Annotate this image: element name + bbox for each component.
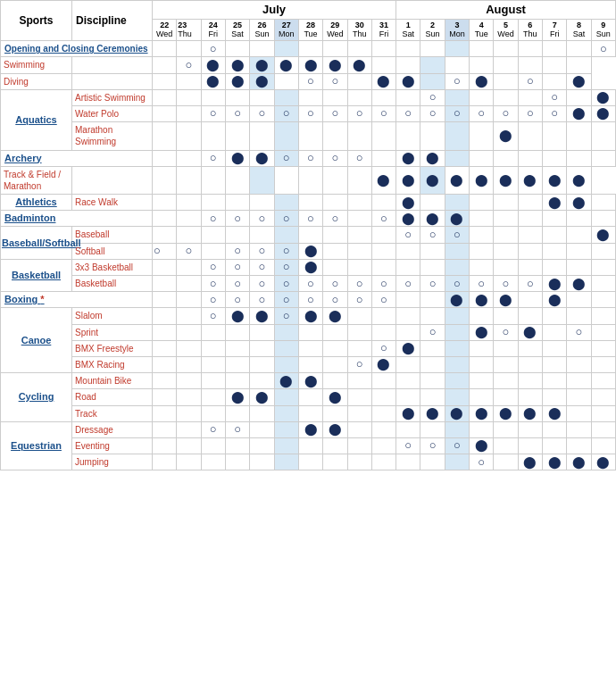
sport-discipline-cell: Opening and Closing Ceremonies — [1, 41, 153, 57]
date-col-23: 23Thu — [177, 19, 201, 41]
sport-label[interactable]: Cycling — [19, 391, 54, 402]
sport-group-cell: Athletics — [1, 195, 72, 211]
date-col-25: 25Sat — [225, 19, 249, 41]
date-col-9: 9Sun — [591, 19, 615, 41]
circle-symbol: ○ — [234, 106, 241, 120]
discipline-label: Track & Field / Marathon — [4, 170, 61, 191]
sport-label[interactable]: Athletics — [15, 196, 56, 207]
circle-symbol: ○ — [356, 357, 363, 370]
schedule-cell — [420, 292, 445, 308]
schedule-cell — [371, 243, 395, 259]
sport-label[interactable]: Badminton — [4, 212, 55, 223]
discipline-label: Marathon Swimming — [75, 125, 116, 146]
schedule-cell — [518, 292, 542, 308]
schedule-cell — [543, 73, 567, 89]
schedule-cell: ○ — [470, 276, 494, 292]
schedule-cell — [153, 259, 177, 275]
discipline-cell: Jumping — [72, 454, 153, 470]
medal-symbol: ⬤ — [523, 325, 537, 338]
discipline-label: Sprint — [75, 328, 98, 337]
medal-symbol: ⬤ — [231, 58, 245, 71]
sport-label[interactable]: Archery — [4, 153, 42, 163]
circle-symbol: ○ — [210, 151, 217, 164]
sport-label[interactable]: Basketball — [12, 270, 61, 280]
sport-label[interactable]: Boxing * — [4, 294, 45, 304]
schedule-cell: ⬤ — [445, 405, 469, 421]
schedule-cell: ⬤ — [470, 324, 494, 340]
circle-symbol: ○ — [331, 293, 338, 306]
schedule-cell: ⬤ — [543, 292, 567, 308]
schedule-cell — [371, 41, 395, 57]
schedule-cell — [445, 340, 469, 356]
medal-symbol: ⬤ — [255, 151, 269, 164]
schedule-cell — [298, 195, 322, 211]
circle-symbol: ○ — [429, 325, 437, 338]
schedule-cell — [420, 41, 445, 57]
schedule-cell: ⬤ — [543, 195, 567, 211]
schedule-cell — [494, 41, 518, 57]
schedule-cell: ○ — [274, 276, 298, 292]
circle-symbol: ○ — [380, 341, 387, 354]
schedule-cell — [470, 340, 494, 356]
schedule-cell: ○ — [201, 41, 225, 57]
schedule-cell — [250, 340, 274, 356]
schedule-cell — [177, 324, 201, 340]
sport-label[interactable]: Opening and Closing Ceremonies — [4, 44, 148, 54]
circle-symbol: ○ — [210, 422, 217, 436]
table-row: Track & Field / Marathon⬤⬤⬤⬤⬤⬤⬤⬤⬤ — [1, 166, 616, 194]
medal-symbol: ⬤ — [450, 406, 463, 420]
schedule-cell — [225, 437, 249, 454]
schedule-cell — [153, 340, 177, 356]
schedule-cell — [591, 308, 615, 324]
schedule-cell — [567, 421, 591, 437]
schedule-cell — [371, 89, 395, 105]
circle-symbol: ○ — [258, 106, 265, 120]
schedule-cell — [250, 227, 274, 243]
schedule-cell — [225, 227, 249, 243]
schedule-cell — [445, 195, 469, 211]
schedule-cell — [420, 340, 445, 356]
schedule-cell — [347, 259, 371, 275]
schedule-cell — [250, 356, 274, 372]
schedule-cell — [225, 454, 249, 470]
schedule-cell: ○ — [567, 324, 591, 340]
schedule-cell — [153, 105, 177, 121]
schedule-cell — [250, 41, 274, 57]
discipline-label: Water Polo — [75, 109, 119, 119]
schedule-cell — [347, 324, 371, 340]
schedule-cell — [445, 389, 469, 405]
date-col-22: 22Wed — [153, 19, 177, 41]
schedule-cell — [153, 195, 177, 211]
medal-symbol: ⬤ — [572, 173, 586, 187]
schedule-cell: ⬤ — [591, 454, 615, 470]
schedule-cell: ⬤ — [494, 292, 518, 308]
schedule-cell — [177, 276, 201, 292]
schedule-cell: ○ — [274, 150, 298, 166]
schedule-cell — [323, 405, 347, 421]
medal-symbol: ⬤ — [231, 309, 245, 322]
schedule-cell: ⬤ — [420, 150, 445, 166]
schedule-cell: ⬤ — [396, 73, 420, 89]
schedule-cell — [445, 454, 469, 470]
schedule-cell: ⬤ — [470, 405, 494, 421]
schedule-cell — [543, 324, 567, 340]
schedule-cell: ○ — [371, 340, 395, 356]
schedule-cell: ○ — [371, 292, 395, 308]
circle-symbol: ○ — [503, 325, 510, 338]
schedule-cell — [347, 421, 371, 437]
schedule-cell — [396, 373, 420, 389]
schedule-cell — [177, 211, 201, 227]
sport-label[interactable]: Equestrian — [11, 440, 62, 451]
sport-label[interactable]: Baseball/Softball — [2, 237, 81, 248]
circle-symbol: ○ — [454, 277, 461, 290]
schedule-cell — [153, 373, 177, 389]
schedule-cell: ⬤ — [371, 166, 395, 194]
schedule-cell: ○ — [396, 437, 420, 454]
sport-label[interactable]: Aquatics — [15, 114, 56, 125]
medal-symbol: ⬤ — [402, 406, 415, 420]
schedule-cell — [567, 122, 591, 150]
medal-symbol: ⬤ — [499, 406, 512, 420]
sport-label[interactable]: Canoe — [21, 335, 52, 346]
schedule-cell — [396, 41, 420, 57]
schedule-cell: ⬤ — [518, 405, 542, 421]
